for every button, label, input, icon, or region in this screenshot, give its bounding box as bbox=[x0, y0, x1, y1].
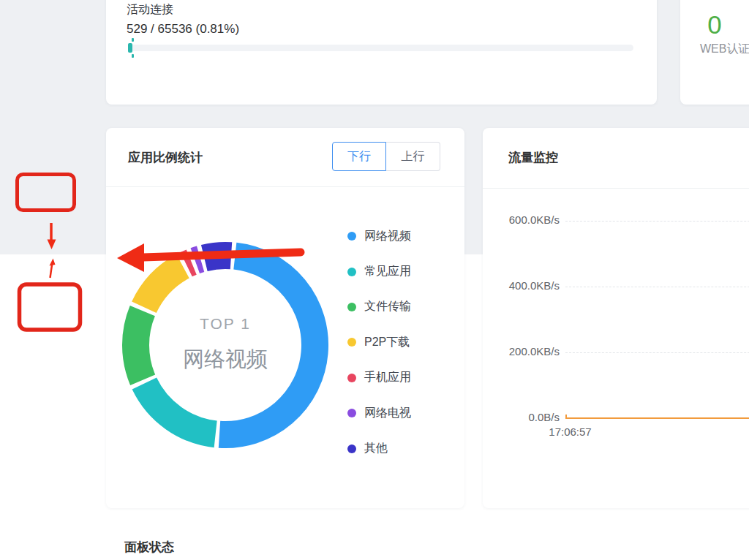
legend-label: 手机应用 bbox=[364, 370, 411, 385]
donut-top-app-name: 网络视频 bbox=[152, 345, 298, 374]
dashboard-page: 活动连接 529 / 65536 (0.81%) 0 WEB认证 应用比例统计 … bbox=[0, 0, 749, 560]
connections-progress-bar bbox=[128, 45, 633, 51]
ytick-label: 400.0KB/s bbox=[509, 279, 560, 292]
traffic-line-series bbox=[565, 417, 749, 419]
legend-dot-icon bbox=[347, 303, 356, 311]
gridline bbox=[565, 287, 749, 287]
donut-top-label: TOP 1 bbox=[152, 315, 298, 333]
donut-segment-7 bbox=[204, 255, 231, 257]
legend-item-2[interactable]: 常见应用 bbox=[347, 254, 411, 289]
donut-segment-5 bbox=[187, 262, 192, 265]
active-connections-card: 活动连接 529 / 65536 (0.81%) bbox=[106, 0, 657, 105]
legend-label: 其他 bbox=[364, 441, 388, 456]
legend-item-4[interactable]: P2P下载 bbox=[347, 325, 411, 360]
app-ratio-card: 应用比例统计 下行 上行 TOP 1 网络视频 网络视频常见应用文件传输P2P下… bbox=[106, 128, 464, 508]
legend-label: 文件传输 bbox=[364, 299, 411, 314]
gridline bbox=[565, 352, 749, 353]
traffic-monitor-card: 流量监控 17:06:57 600.0KB/s400.0KB/s200.0KB/… bbox=[483, 128, 749, 508]
progress-marker-bottom bbox=[132, 54, 134, 58]
red-arrow-up-head bbox=[50, 259, 56, 266]
legend-dot-icon bbox=[347, 409, 356, 417]
red-annotation-box-2 bbox=[20, 284, 80, 330]
legend-item-5[interactable]: 手机应用 bbox=[347, 360, 411, 396]
donut-segment-3 bbox=[135, 311, 143, 380]
legend-item-6[interactable]: 网络电视 bbox=[347, 396, 411, 431]
active-connections-title: 活动连接 bbox=[127, 2, 173, 18]
ytick-label: 600.0KB/s bbox=[509, 213, 560, 226]
connections-progress-fill bbox=[128, 43, 132, 53]
legend-dot-icon bbox=[347, 444, 356, 453]
donut-segment-2 bbox=[144, 384, 215, 434]
web-auth-count: 0 bbox=[680, 12, 749, 38]
legend-item-1[interactable]: 网络视频 bbox=[347, 219, 411, 254]
legend-label: 常见应用 bbox=[364, 264, 411, 279]
ytick-label: 0.0B/s bbox=[528, 411, 560, 423]
red-arrow-up-shaft bbox=[50, 262, 53, 278]
traffic-line-start-tick bbox=[565, 415, 567, 419]
legend-dot-icon bbox=[347, 374, 356, 382]
web-auth-label: WEB认证 bbox=[700, 42, 749, 57]
app-ratio-title: 应用比例统计 bbox=[128, 149, 203, 166]
legend-label: 网络视频 bbox=[364, 229, 411, 244]
web-auth-card: 0 WEB认证 bbox=[680, 0, 749, 105]
upstream-tab[interactable]: 上行 bbox=[386, 142, 440, 171]
legend-label: P2P下载 bbox=[364, 335, 410, 350]
active-connections-value: 529 / 65536 (0.81%) bbox=[127, 22, 239, 37]
panel-status-title: 面板状态 bbox=[124, 539, 174, 556]
ytick-label: 200.0KB/s bbox=[509, 345, 560, 357]
legend-item-3[interactable]: 文件传输 bbox=[347, 290, 411, 325]
gridline bbox=[565, 221, 749, 222]
direction-toggle: 下行 上行 bbox=[332, 142, 440, 171]
legend-item-7[interactable]: 其他 bbox=[347, 431, 411, 466]
xtick-time-label: 17:06:57 bbox=[539, 425, 601, 438]
card-header-divider bbox=[106, 186, 464, 187]
legend-dot-icon bbox=[347, 268, 356, 276]
legend-label: 网络电视 bbox=[364, 406, 411, 421]
legend-dot-icon bbox=[347, 232, 356, 241]
donut-segment-4 bbox=[144, 266, 183, 307]
progress-marker-top bbox=[132, 38, 134, 42]
donut-legend: 网络视频常见应用文件传输P2P下载手机应用网络电视其他 bbox=[347, 219, 411, 466]
donut-segment-6 bbox=[195, 259, 200, 260]
traffic-chart: 17:06:57 600.0KB/s400.0KB/s200.0KB/s0.0B… bbox=[483, 128, 749, 508]
legend-dot-icon bbox=[347, 338, 356, 347]
downstream-tab[interactable]: 下行 bbox=[332, 142, 386, 171]
